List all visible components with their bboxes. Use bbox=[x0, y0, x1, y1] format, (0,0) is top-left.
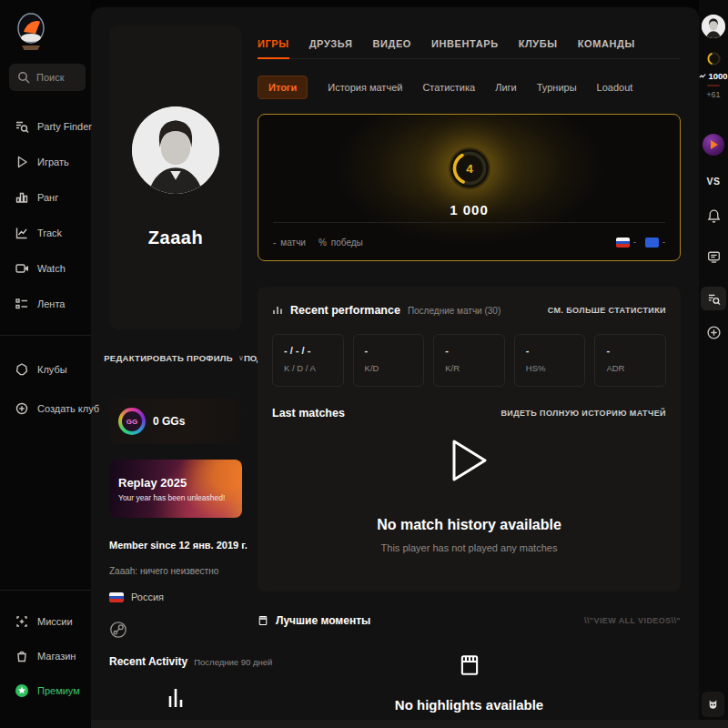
nav-label: Лента bbox=[37, 298, 65, 309]
nav-label: Премиум bbox=[37, 685, 80, 696]
subtab-loadout[interactable]: Loadout bbox=[597, 82, 633, 93]
level-badge: 4 bbox=[449, 147, 490, 189]
sidebar-item-create-club[interactable]: Создать клуб bbox=[0, 389, 91, 428]
replay-2025-banner[interactable]: Replay 2025 Your year has been unleashed… bbox=[109, 460, 242, 518]
create-club-icon bbox=[15, 401, 29, 416]
no-match-history-subtitle: This player has not played any matches bbox=[258, 542, 681, 553]
member-since: Member since 12 янв. 2019 г. bbox=[109, 540, 248, 551]
divider bbox=[0, 590, 91, 591]
steam-icon bbox=[109, 621, 127, 639]
performance-title: Recent performance bbox=[290, 304, 400, 317]
stat-value: - bbox=[606, 345, 654, 356]
highlights-title: Лучшие моменты bbox=[276, 614, 370, 627]
film-icon bbox=[258, 614, 268, 627]
nav-label: Играть bbox=[37, 157, 69, 167]
see-more-stats-link[interactable]: СМ. БОЛЬШЕ СТАТИСТИКИ bbox=[548, 306, 666, 315]
subtab-statistics[interactable]: Статистика bbox=[422, 82, 475, 93]
view-all-videos-link[interactable]: \\"VIEW ALL VIDEOS\\" bbox=[584, 616, 681, 625]
stat-label: K/D bbox=[365, 363, 413, 373]
stat-label: HS% bbox=[526, 363, 574, 373]
sidebar-item-party-finder[interactable]: Party Finder bbox=[0, 108, 91, 144]
gg-logo-icon: GG bbox=[118, 408, 146, 435]
region-ranking[interactable]: - bbox=[645, 238, 665, 248]
stat-label: K / D / A bbox=[284, 363, 332, 373]
sidebar-item-missions[interactable]: Миссии bbox=[0, 604, 91, 639]
tab-videos[interactable]: ВИДЕО bbox=[372, 35, 411, 58]
content-column: ИГРЫ ДРУЗЬЯ ВИДЕО ИНВЕНТАРЬ КЛУБЫ КОМАНД… bbox=[258, 7, 681, 728]
tab-friends[interactable]: ДРУЗЬЯ bbox=[309, 35, 353, 58]
edit-profile-button[interactable]: РЕДАКТИРОВАТЬ ПРОФИЛЬ ∨ bbox=[104, 350, 238, 365]
trend-icon bbox=[699, 73, 706, 79]
sidebar-item-clubs[interactable]: Клубы bbox=[0, 349, 91, 389]
stat-kda: - / - / - K / D / A bbox=[272, 334, 344, 387]
winrate-label: победы bbox=[331, 238, 363, 248]
left-sidebar: Поиск Party Finder Играть Ранг bbox=[0, 0, 91, 728]
elo-level-card: 4 1 000 - матчи % победы bbox=[258, 114, 681, 261]
country-ranking[interactable]: - bbox=[616, 238, 636, 248]
region-rank-value: - bbox=[662, 238, 665, 247]
nav-label: Track bbox=[37, 228, 62, 238]
level-badge-small[interactable] bbox=[706, 51, 722, 66]
activity-bars-icon bbox=[167, 685, 184, 714]
no-match-history-title: No match history available bbox=[258, 517, 681, 533]
edit-profile-label: РЕДАКТИРОВАТЬ ПРОФИЛЬ bbox=[104, 353, 233, 363]
vs-button[interactable]: VS bbox=[706, 176, 720, 187]
bottom-strip bbox=[91, 720, 728, 728]
sidebar-item-rank[interactable]: Ранг bbox=[0, 179, 91, 215]
replay-subtitle: Your year has been unleashed! bbox=[118, 493, 233, 502]
add-button[interactable] bbox=[706, 325, 722, 344]
country-row: Россия bbox=[109, 592, 164, 602]
avatar-photo bbox=[702, 15, 725, 38]
sidebar-item-premium[interactable]: Премиум bbox=[0, 673, 91, 708]
subtab-tournaments[interactable]: Турниры bbox=[537, 82, 577, 93]
notifications-button[interactable] bbox=[706, 208, 722, 228]
nav-label: Клубы bbox=[37, 364, 67, 375]
elo-indicator[interactable]: 1000 bbox=[699, 71, 727, 81]
recent-activity-header: Recent Activity Последние 90 дней bbox=[109, 655, 272, 668]
party-finder-shortcut[interactable] bbox=[701, 287, 726, 310]
nav-label: Party Finder bbox=[37, 121, 92, 132]
sidebar-item-shop[interactable]: Магазин bbox=[0, 639, 91, 673]
stat-value: - bbox=[365, 345, 413, 356]
russia-flag-icon bbox=[616, 238, 630, 248]
app-logo[interactable] bbox=[15, 11, 47, 53]
replay-watch-icon[interactable] bbox=[703, 134, 724, 156]
sidebar-item-watch[interactable]: Watch bbox=[0, 250, 91, 286]
sidebar-item-feed[interactable]: Лента bbox=[0, 286, 91, 321]
stats-bars-icon bbox=[272, 305, 283, 316]
bottom-nav: Миссии Магазин Премиум bbox=[0, 604, 91, 708]
missions-icon bbox=[15, 614, 29, 629]
track-icon bbox=[15, 226, 29, 240]
tab-inventory[interactable]: ИНВЕНТАРЬ bbox=[431, 35, 499, 58]
user-avatar-small[interactable] bbox=[702, 15, 725, 38]
stat-value: - bbox=[526, 345, 574, 356]
premium-icon bbox=[15, 683, 29, 698]
steam-link[interactable] bbox=[109, 621, 127, 642]
country-rank-value: - bbox=[633, 238, 636, 247]
avatar[interactable] bbox=[132, 106, 219, 194]
feed-icon bbox=[15, 297, 29, 311]
subtab-overview[interactable]: Итоги bbox=[258, 76, 308, 99]
chat-button[interactable] bbox=[706, 249, 722, 268]
tab-teams[interactable]: КОМАНДЫ bbox=[578, 35, 635, 58]
last-matches-title: Last matches bbox=[272, 407, 345, 420]
sidebar-item-play[interactable]: Играть bbox=[0, 144, 91, 179]
tab-games[interactable]: ИГРЫ bbox=[258, 35, 289, 58]
player-name: Zaaah bbox=[109, 228, 242, 248]
play-triangle-icon bbox=[711, 140, 718, 149]
tab-clubs[interactable]: КЛУБЫ bbox=[519, 35, 558, 58]
subtab-leagues[interactable]: Лиги bbox=[495, 82, 517, 93]
clubs-icon bbox=[15, 362, 29, 377]
gg-banner[interactable]: GG 0 GGs bbox=[109, 399, 242, 444]
sidebar-item-track[interactable]: Track bbox=[0, 215, 91, 250]
avatar-photo bbox=[132, 106, 219, 194]
subtab-match-history[interactable]: История матчей bbox=[328, 82, 402, 93]
gg-logo-text: GG bbox=[122, 411, 142, 431]
profile-status: Zaaah: ничего неизвестно bbox=[109, 566, 218, 576]
elo-progress-bar bbox=[707, 85, 720, 86]
rank-icon bbox=[15, 190, 29, 205]
assistant-mascot-button[interactable] bbox=[702, 692, 724, 717]
full-match-history-link[interactable]: ВИДЕТЬ ПОЛНУЮ ИСТОРИЮ МАТЧЕЙ bbox=[500, 409, 666, 418]
nav-label: Ранг bbox=[37, 192, 58, 203]
search-input[interactable]: Поиск bbox=[9, 64, 86, 91]
